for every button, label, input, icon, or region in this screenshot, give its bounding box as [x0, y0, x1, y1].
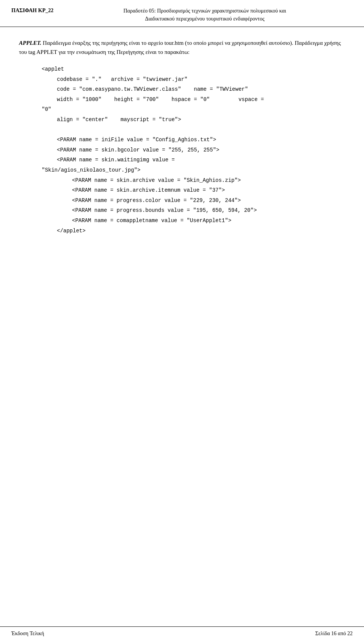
header-title-line2: Διαδικτυακού περιεχομένου τουριστικού εν… — [145, 16, 264, 22]
code-block: <applet codebase = "." archive = "twview… — [42, 64, 345, 236]
code-line-9: <PARAM name = skin.waitingimg value = — [57, 155, 345, 165]
code-line-9b: "Skin/agios_nikolaos_tour.jpg"> — [42, 165, 345, 175]
code-line-blank1 — [42, 125, 345, 135]
code-line-3: code = "com.easypano.tw.TWViewer.class" … — [57, 84, 345, 95]
footer-right: Σελίδα 16 από 22 — [315, 631, 353, 637]
header-title: Παραδοτέο 05: Προσδιορισμός τεχνικών χαρ… — [57, 7, 353, 23]
header-left-label: ΠΑΣΙΦΑΗ ΚΡ_22 — [11, 7, 57, 14]
page-container: ΠΑΣΙΦΑΗ ΚΡ_22 Παραδοτέο 05: Προσδιορισμό… — [0, 0, 364, 642]
code-line-13: <PARAM name = progress.bounds value = "1… — [72, 205, 345, 216]
footer: Έκδοση Τελική Σελίδα 16 από 22 — [0, 626, 364, 642]
code-line-14: <PARAM name = comappletname value = "Use… — [72, 216, 345, 226]
footer-left: Έκδοση Τελική — [11, 631, 44, 637]
intro-paragraph: APPLET. Παράδειγμα έναρξης της περιήγηση… — [19, 38, 345, 57]
intro-text-body: Παράδειγμα έναρξης της περιήγησης είναι … — [19, 40, 341, 55]
header: ΠΑΣΙΦΑΗ ΚΡ_22 Παραδοτέο 05: Προσδιορισμό… — [0, 0, 364, 27]
applet-keyword: APPLET. — [19, 40, 41, 46]
code-line-1: <applet — [42, 64, 345, 74]
main-content: APPLET. Παράδειγμα έναρξης της περιήγηση… — [0, 27, 364, 642]
code-line-7: <PARAM name = iniFile value = "Config_Ag… — [57, 135, 345, 145]
code-line-8: <PARAM name = skin.bgcolor value = "255,… — [57, 145, 345, 155]
code-line-4: width = "1000" height = "700" hspace = "… — [57, 95, 345, 105]
code-line-12: <PARAM name = progress.color value = "22… — [72, 196, 345, 206]
code-line-2: codebase = "." archive = "twviewer.jar" — [57, 74, 345, 85]
code-line-5: align = "center" mayscript = "true"> — [57, 115, 345, 125]
code-line-11: <PARAM name = skin.archive.itemnum value… — [72, 185, 345, 196]
code-line-15: </applet> — [57, 226, 345, 236]
code-line-10: <PARAM name = skin.archive value = "Skin… — [72, 175, 345, 186]
code-line-4b: "0" — [42, 104, 345, 115]
header-title-line1: Παραδοτέο 05: Προσδιορισμός τεχνικών χαρ… — [123, 8, 286, 14]
